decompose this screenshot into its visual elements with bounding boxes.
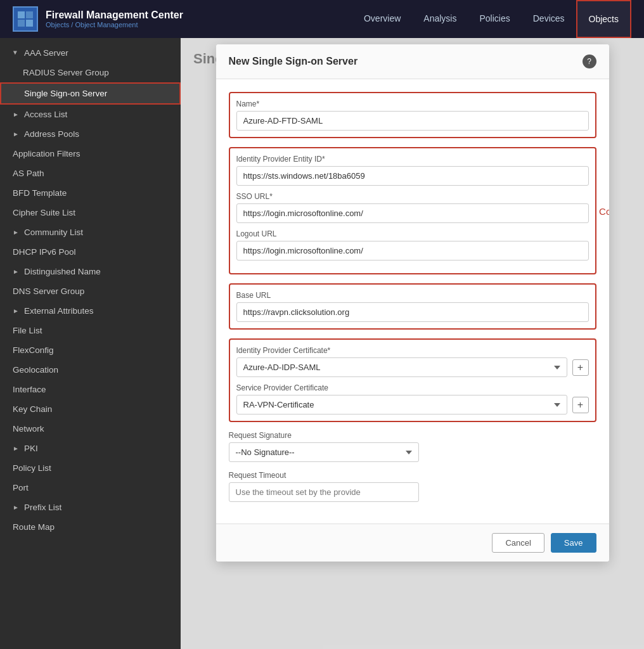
sso-url-label: SSO URL* [236, 192, 589, 201]
idp-cert-select[interactable]: Azure-AD-IDP-SAML [236, 357, 567, 377]
chevron-right-icon: ► [13, 307, 19, 314]
cancel-button[interactable]: Cancel [492, 533, 544, 553]
name-field-group: Name* [236, 100, 589, 131]
cert-section: Identity Provider Certificate* Azure-AD-… [229, 338, 596, 422]
base-url-input[interactable] [236, 302, 589, 322]
sidebar-item-geolocation[interactable]: Geolocation [0, 360, 181, 380]
idp-entity-id-label: Identity Provider Entity ID* [236, 155, 589, 164]
sidebar-item-key-chain[interactable]: Key Chain [0, 399, 181, 419]
sidebar-item-bfd-template[interactable]: BFD Template [0, 183, 181, 203]
sidebar-item-interface[interactable]: Interface [0, 380, 181, 399]
name-label: Name* [236, 100, 589, 108]
base-url-label: Base URL [236, 291, 589, 300]
modal-body: Name* Identity Provider Entity ID* SSO U… [216, 79, 609, 524]
base-url-section: Base URL [229, 283, 596, 330]
sidebar-item-radius-server-group[interactable]: RADIUS Server Group [0, 63, 181, 82]
sp-cert-row: RA-VPN-Certificate + [236, 395, 589, 414]
logout-url-label: Logout URL [236, 229, 589, 238]
chevron-right-icon: ► [13, 268, 19, 275]
sidebar: ► AAA Server RADIUS Server Group Single … [0, 38, 181, 649]
sidebar-item-policy-list[interactable]: Policy List [0, 458, 181, 478]
copy-note: Copy from Azure portal [599, 205, 609, 216]
app-title: Firewall Management Center [46, 10, 183, 21]
sp-cert-label: Service Provider Certificate [236, 383, 589, 392]
main-layout: ► AAA Server RADIUS Server Group Single … [0, 38, 644, 649]
idp-entity-id-input[interactable] [236, 166, 589, 186]
sp-cert-group: Service Provider Certificate RA-VPN-Cert… [236, 383, 589, 414]
chevron-right-icon: ► [13, 111, 19, 118]
modal-backdrop: New Single Sign-on Server ? Name* [181, 38, 644, 649]
app-subtitle: Objects / Object Management [46, 21, 183, 29]
req-sig-label: Request Signature [229, 431, 596, 440]
sidebar-item-network[interactable]: Network [0, 419, 181, 439]
base-url-group: Base URL [236, 291, 589, 322]
sidebar-item-application-filters[interactable]: Application Filters [0, 144, 181, 164]
content-area: Single Sign-on Server New Single Sign-on… [181, 38, 644, 649]
sidebar-item-address-pools[interactable]: ► Address Pools [0, 124, 181, 144]
name-input[interactable] [236, 111, 589, 131]
sidebar-item-distinguished-name[interactable]: ► Distinguished Name [0, 262, 181, 281]
idp-cert-row: Azure-AD-IDP-SAML + [236, 357, 589, 377]
sidebar-item-access-list[interactable]: ► Access List [0, 105, 181, 124]
sidebar-item-single-sign-on[interactable]: Single Sign-on Server [0, 82, 181, 105]
idp-cert-label: Identity Provider Certificate* [236, 346, 589, 355]
modal-header: New Single Sign-on Server ? [216, 44, 609, 79]
idp-cert-add-button[interactable]: + [572, 359, 589, 376]
sidebar-item-prefix-list[interactable]: ► Prefix List [0, 498, 181, 517]
chevron-right-icon: ► [13, 131, 19, 138]
top-nav: Firewall Management Center Objects / Obj… [0, 0, 644, 38]
sidebar-item-community-list[interactable]: ► Community List [0, 222, 181, 242]
svg-rect-2 [18, 20, 25, 27]
chevron-right-icon: ► [13, 504, 19, 511]
modal-footer: Cancel Save [216, 524, 609, 562]
nav-overview[interactable]: Overview [352, 0, 412, 38]
sso-url-input[interactable] [236, 203, 589, 223]
svg-rect-1 [26, 11, 33, 18]
name-section: Name* [229, 92, 596, 138]
svg-rect-0 [18, 11, 25, 18]
nav-analysis[interactable]: Analysis [412, 0, 468, 38]
sidebar-item-route-map[interactable]: Route Map [0, 517, 181, 537]
req-timeout-input[interactable] [229, 482, 419, 502]
modal-new-sso-server: New Single Sign-on Server ? Name* [216, 44, 609, 562]
sp-cert-select[interactable]: RA-VPN-Certificate [236, 395, 567, 414]
idp-cert-group: Identity Provider Certificate* Azure-AD-… [236, 346, 589, 377]
chevron-down-icon: ► [12, 50, 19, 56]
idp-section: Identity Provider Entity ID* SSO URL* Lo… [229, 147, 596, 274]
req-timeout-label: Request Timeout [229, 471, 596, 480]
nav-policies[interactable]: Policies [468, 0, 521, 38]
app-title-block: Firewall Management Center Objects / Obj… [46, 10, 183, 29]
sp-cert-add-button[interactable]: + [572, 397, 589, 413]
app-logo: Firewall Management Center Objects / Obj… [13, 6, 183, 32]
req-sig-select[interactable]: --No Signature-- [229, 442, 419, 462]
sidebar-item-aaa-server[interactable]: ► AAA Server [0, 43, 181, 63]
chevron-right-icon: ► [13, 445, 19, 452]
save-button[interactable]: Save [551, 533, 596, 553]
sidebar-item-file-list[interactable]: File List [0, 321, 181, 340]
sidebar-item-external-attributes[interactable]: ► External Attributes [0, 301, 181, 321]
req-sig-row: --No Signature-- [229, 442, 596, 462]
sidebar-item-cipher-suite-list[interactable]: Cipher Suite List [0, 203, 181, 222]
sidebar-item-pki[interactable]: ► PKI [0, 439, 181, 458]
nav-devices[interactable]: Devices [522, 0, 576, 38]
chevron-right-icon: ► [13, 229, 19, 236]
req-timeout-group: Request Timeout [229, 471, 596, 502]
logo-icon [13, 6, 38, 32]
logout-url-input[interactable] [236, 241, 589, 260]
idp-entity-id-group: Identity Provider Entity ID* [236, 155, 589, 186]
sidebar-item-port[interactable]: Port [0, 478, 181, 498]
sidebar-item-flexconfig[interactable]: FlexConfig [0, 340, 181, 360]
req-sig-group: Request Signature --No Signature-- [229, 431, 596, 462]
sso-url-group: SSO URL* [236, 192, 589, 223]
sidebar-item-as-path[interactable]: AS Path [0, 164, 181, 183]
nav-objects[interactable]: Objects [576, 0, 631, 38]
nav-links: Overview Analysis Policies Devices Objec… [352, 0, 631, 38]
logout-url-group: Logout URL [236, 229, 589, 260]
help-button[interactable]: ? [583, 55, 596, 68]
sidebar-item-dns-server-group[interactable]: DNS Server Group [0, 281, 181, 301]
sidebar-item-dhcp-ipv6-pool[interactable]: DHCP IPv6 Pool [0, 242, 181, 262]
modal-title: New Single Sign-on Server [229, 56, 358, 67]
svg-rect-3 [26, 20, 33, 27]
